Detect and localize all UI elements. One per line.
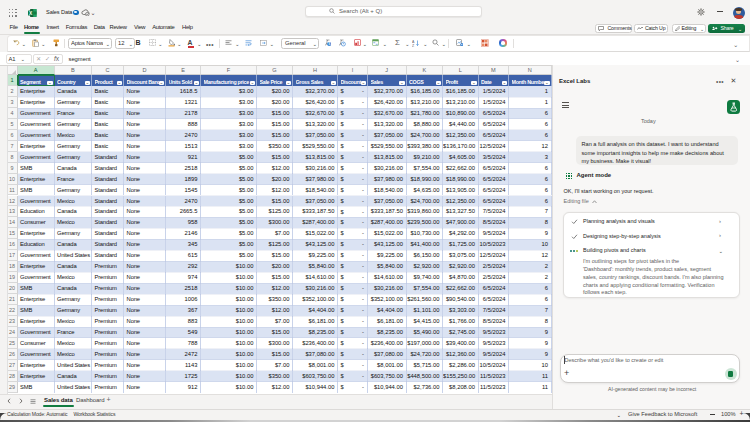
svg-text:A: A <box>412 39 415 43</box>
svg-text:Z: Z <box>412 43 415 47</box>
